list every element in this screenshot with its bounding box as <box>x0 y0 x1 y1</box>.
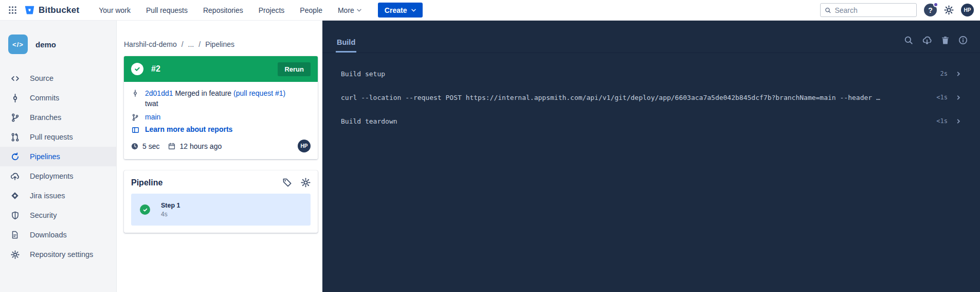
search-box[interactable] <box>820 3 917 17</box>
info-icon[interactable] <box>958 36 968 45</box>
step-name: Step 1 <box>161 202 180 209</box>
sidebar-item-commits[interactable]: Commits <box>0 88 116 108</box>
sidebar-item-label: Pipelines <box>30 152 60 161</box>
sidebar-item-downloads[interactable]: Downloads <box>0 225 116 245</box>
tab-build[interactable]: Build <box>336 38 356 53</box>
nav-item-repositories[interactable]: Repositories <box>203 6 243 14</box>
create-button[interactable]: Create <box>378 3 423 18</box>
trash-icon[interactable] <box>941 36 950 45</box>
help-glyph: ? <box>928 6 933 14</box>
run-duration: 5 sec <box>131 142 159 150</box>
sidebar-item-label: Repository settings <box>30 250 93 259</box>
pull-request-link[interactable]: (pull request #1) <box>233 89 285 97</box>
chevron-right-icon <box>956 95 961 100</box>
bitbucket-logo[interactable]: Bitbucket <box>24 5 79 15</box>
step-duration: 4s <box>161 211 180 218</box>
bitbucket-app: Bitbucket Your work Pull requests Reposi… <box>0 0 980 292</box>
breadcrumb-current: Pipelines <box>205 40 234 48</box>
settings-button[interactable] <box>944 5 954 15</box>
nav-item-pull-requests[interactable]: Pull requests <box>146 6 188 14</box>
nav-item-more[interactable]: More <box>338 6 361 14</box>
breadcrumb-separator: / <box>198 40 201 48</box>
avatar-initials: HP <box>301 143 308 149</box>
log-section-duration: <1s <box>936 117 948 125</box>
chevron-down-icon <box>411 9 416 12</box>
sidebar-item-repository-settings[interactable]: Repository settings <box>0 245 116 264</box>
build-panel-actions <box>904 35 968 45</box>
commit-message-text: Merged in feature <box>175 89 231 97</box>
nav-item-more-label: More <box>338 6 354 14</box>
repo-avatar: </> <box>8 35 28 54</box>
sidebar-item-branches[interactable]: Branches <box>0 108 116 127</box>
brand-name: Bitbucket <box>39 5 79 15</box>
repo-header[interactable]: </> demo <box>0 21 116 54</box>
log-search-icon[interactable] <box>904 36 913 45</box>
sidebar-item-label: Deployments <box>30 172 74 180</box>
notification-dot <box>933 2 938 7</box>
repo-avatar-glyph: </> <box>12 41 24 48</box>
commit-hash-link[interactable]: 2d01dd1 <box>145 89 173 97</box>
search-input[interactable] <box>834 6 912 14</box>
sidebar-item-jira-issues[interactable]: Jira issues <box>0 186 116 205</box>
sidebar-item-deployments[interactable]: Deployments <box>0 166 116 186</box>
sidebar-item-pull-requests[interactable]: Pull requests <box>0 127 116 147</box>
top-nav-right: ? HP <box>820 3 974 17</box>
committer-avatar[interactable]: HP <box>298 140 311 152</box>
pipelines-icon <box>10 152 20 161</box>
log-section-build-setup[interactable]: Build setup 2s <box>322 62 980 85</box>
log-section-duration: <1s <box>936 94 948 101</box>
pipeline-run-card: #2 Rerun 2d01dd1 Merged in feature (pull… <box>124 56 318 159</box>
breadcrumb-ellipsis[interactable]: ... <box>188 40 194 48</box>
run-status-header: #2 Rerun <box>124 56 318 82</box>
build-log-panel: Build Build setup 2s curl --location --r… <box>322 21 980 292</box>
log-section-build-teardown[interactable]: Build teardown <1s <box>322 109 980 133</box>
breadcrumb-repo[interactable]: Harshil-cd-demo <box>124 40 177 48</box>
log-section-duration: 2s <box>940 70 948 77</box>
nav-item-people[interactable]: People <box>300 6 322 14</box>
sidebar-item-security[interactable]: Security <box>0 205 116 225</box>
commit-message-line2: twat <box>145 98 285 109</box>
reports-link[interactable]: Learn more about reports <box>145 125 232 133</box>
security-shield-icon <box>10 211 20 220</box>
run-duration-value: 5 sec <box>142 142 159 150</box>
success-check-icon <box>131 63 143 75</box>
commit-message: 2d01dd1 Merged in feature (pull request … <box>145 88 285 109</box>
pipeline-card-actions <box>282 178 311 187</box>
bitbucket-logo-icon <box>24 5 35 15</box>
sidebar-item-source[interactable]: Source <box>0 68 116 88</box>
cloud-download-icon[interactable] <box>922 35 932 45</box>
create-button-label: Create <box>385 6 407 14</box>
run-time-ago: 12 hours ago <box>168 142 222 150</box>
run-time-ago-value: 12 hours ago <box>179 142 222 150</box>
repo-name: demo <box>35 40 56 49</box>
tag-icon[interactable] <box>282 178 292 187</box>
search-icon <box>825 7 831 14</box>
chevron-down-icon <box>357 9 361 12</box>
top-nav: Bitbucket Your work Pull requests Reposi… <box>0 0 980 21</box>
pipeline-title: Pipeline <box>131 178 162 187</box>
branch-icon <box>131 113 139 121</box>
branch-icon <box>10 113 20 122</box>
log-section-script[interactable]: curl --location --request POST https://i… <box>322 85 980 109</box>
branch-link[interactable]: main <box>145 113 160 121</box>
rerun-button[interactable]: Rerun <box>278 62 311 76</box>
nav-item-projects[interactable]: Projects <box>259 6 285 14</box>
nav-item-your-work[interactable]: Your work <box>99 6 131 14</box>
reports-icon <box>131 125 139 134</box>
code-icon <box>10 74 20 83</box>
sidebar-item-pipelines[interactable]: Pipelines <box>0 147 116 166</box>
pipeline-steps-card: Pipeline Step 1 4s <box>124 170 318 233</box>
run-meta-row: 5 sec 12 hours ago HP <box>131 140 311 152</box>
help-button[interactable]: ? <box>924 4 937 16</box>
build-log-sections: Build setup 2s curl --location --request… <box>322 53 980 133</box>
user-avatar[interactable]: HP <box>961 4 974 16</box>
breadcrumb-separator: / <box>182 40 184 48</box>
pipeline-settings-gear-icon[interactable] <box>301 178 311 187</box>
chevron-right-icon <box>956 118 961 124</box>
pipeline-summary-panel: Harshil-cd-demo / ... / Pipelines #2 Rer… <box>117 21 322 292</box>
app-switcher-button[interactable] <box>6 4 19 16</box>
repo-sidebar: </> demo Source Commits Branches Pull re… <box>0 21 117 292</box>
sidebar-nav: Source Commits Branches Pull requests Pi… <box>0 68 116 264</box>
pull-request-icon <box>10 133 20 142</box>
pipeline-step-row-selected[interactable]: Step 1 4s <box>131 194 311 226</box>
